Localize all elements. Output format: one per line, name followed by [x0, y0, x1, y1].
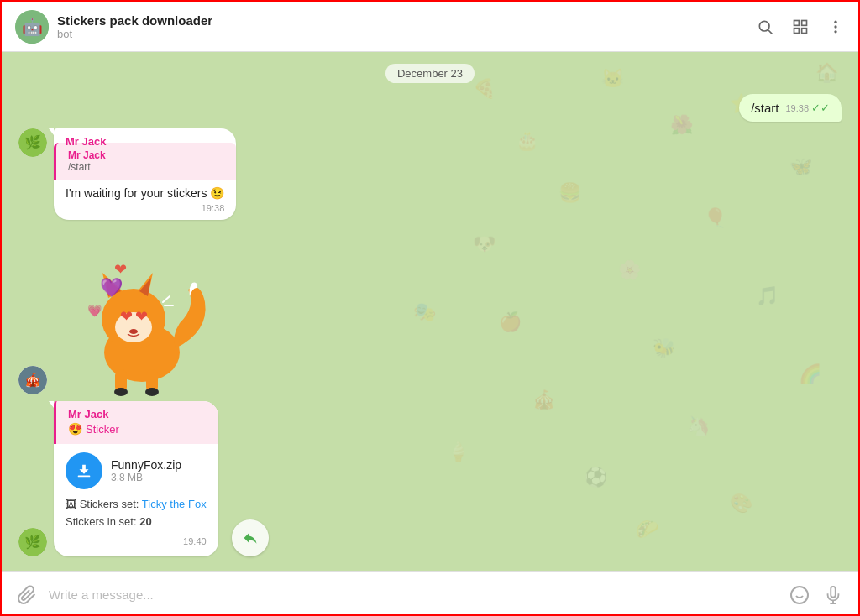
file-info: FunnyFox.zip 3.8 MB [111, 458, 181, 483]
svg-point-9 [834, 25, 836, 28]
svg-point-2 [759, 21, 769, 31]
received-bubble: Mr Jack Mr Jack /start I'm waiting for y… [54, 128, 236, 220]
header-info: Stickers pack downloader bot [57, 13, 212, 40]
stickers-set-info: 🖼 Stickers set: Ticky the Fox Stickers i… [66, 496, 207, 531]
bot-response-row: 🌿 Mr Jack 😍 Sticker [18, 401, 842, 556]
svg-line-3 [768, 29, 773, 34]
emoji-button[interactable] [788, 583, 811, 607]
file-name: FunnyFox.zip [111, 458, 181, 472]
received-text: I'm waiting for your stickers 😉 [66, 186, 224, 200]
sent-text: /start [751, 101, 779, 115]
bot-avatar: 🌿 [18, 528, 47, 556]
stickers-count: 20 [139, 515, 151, 528]
svg-point-28 [145, 388, 159, 396]
bot-msg-meta: 19:40 [66, 536, 207, 546]
sent-time: 19:38 [785, 103, 809, 113]
chat-area: 🍕 🐱 ⭐ 🎂 🌺 🦋 🍔 🎈 🐶 🌸 🎵 🍎 🐝 🌈 🎪 🦄 🍦 ⚽ 🎨 🌮 … [2, 52, 858, 571]
message-input[interactable] [49, 587, 778, 602]
received-message-row: 🌿 Mr Jack Mr Jack /start I'm waiting for… [18, 128, 842, 220]
sticker-image: ❤ ❤ 💜 ❤ 💗 [54, 227, 222, 394]
avatar: 🤖 [15, 10, 49, 44]
message-input-bar [2, 571, 858, 616]
svg-point-8 [834, 20, 836, 23]
svg-text:🌿: 🌿 [24, 134, 41, 150]
more-icon[interactable] [826, 18, 845, 36]
chat-header: 🤖 Stickers pack downloader bot [2, 2, 858, 52]
bot-sender-row: Mr Jack [68, 408, 207, 420]
file-size: 3.8 MB [111, 472, 181, 483]
header-icons [756, 18, 845, 36]
sender-avatar: 🌿 [18, 128, 47, 157]
bot-time: 19:40 [183, 536, 207, 546]
reply-text: /start [68, 161, 224, 173]
reply-sender: Mr Jack [68, 149, 224, 161]
received-time: 19:38 [202, 203, 225, 213]
layout-icon[interactable] [791, 18, 810, 36]
header-left: 🤖 Stickers pack downloader bot [15, 10, 756, 44]
file-attachment[interactable]: FunnyFox.zip 3.8 MB [66, 452, 207, 489]
search-icon[interactable] [756, 18, 774, 36]
file-download-icon [66, 452, 102, 489]
bot-sticker-label: Sticker [86, 423, 119, 436]
check-icon: ✓✓ [811, 102, 830, 114]
bot-file-bubble: Mr Jack 😍 Sticker [54, 401, 218, 556]
svg-text:❤: ❤ [135, 308, 148, 325]
bot-sticker-row: 😍 Sticker [68, 422, 207, 436]
svg-point-10 [834, 30, 836, 33]
reply-button[interactable] [232, 519, 269, 556]
chat-subtitle: bot [57, 28, 212, 40]
sticker-emoji: 😍 [68, 422, 82, 436]
svg-text:🌿: 🌿 [24, 534, 41, 550]
messages-container: /start 19:38 ✓✓ 🌿 Mr Jack Mr Jack /start [18, 94, 842, 556]
svg-point-27 [114, 388, 128, 396]
date-label: December 23 [385, 64, 475, 83]
svg-text:❤: ❤ [120, 308, 133, 325]
bot-sender-name: Mr Jack [68, 408, 108, 420]
mic-button[interactable] [821, 583, 845, 607]
stickers-set-link[interactable]: Ticky the Fox [142, 498, 207, 510]
stickers-count-label: Stickers in set: [66, 515, 137, 528]
chat-title: Stickers pack downloader [57, 13, 212, 28]
sticker-sender-avatar: 🎪 [18, 366, 47, 394]
bot-reply-header: Mr Jack 😍 Sticker [54, 401, 218, 444]
attach-button[interactable] [15, 583, 39, 607]
svg-rect-5 [802, 20, 807, 25]
svg-text:🤖: 🤖 [22, 17, 43, 37]
sent-meta: 19:38 ✓✓ [785, 102, 830, 114]
received-meta: 19:38 [66, 203, 224, 213]
svg-rect-6 [794, 28, 800, 33]
stickers-set-label: 🖼 Stickers set: [66, 498, 142, 510]
reply-block: Mr Jack /start [54, 143, 236, 180]
svg-rect-7 [802, 28, 807, 33]
svg-point-35 [791, 587, 808, 603]
svg-text:❤: ❤ [114, 261, 127, 278]
sticker-row: 🎪 [18, 227, 842, 394]
svg-text:🎪: 🎪 [24, 372, 41, 388]
svg-rect-34 [78, 476, 91, 478]
date-badge: December 23 [18, 65, 842, 81]
svg-text:💗: 💗 [87, 304, 102, 318]
svg-point-24 [129, 329, 138, 334]
svg-rect-4 [794, 20, 800, 25]
sent-bubble: /start 19:38 ✓✓ [739, 94, 842, 122]
svg-text:💜: 💜 [100, 276, 123, 299]
sent-message-start: /start 19:38 ✓✓ [18, 94, 842, 122]
